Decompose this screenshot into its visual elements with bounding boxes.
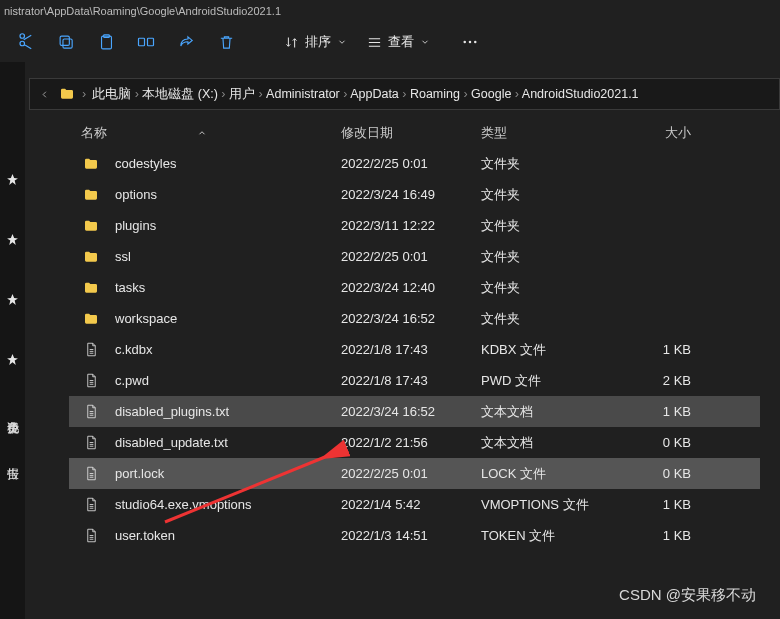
folder-icon <box>81 247 101 267</box>
file-row[interactable]: tasks2022/3/24 12:40文件夹 <box>69 272 760 303</box>
svg-rect-5 <box>148 38 154 46</box>
window-title: nistrator\AppData\Roaming\Google\Android… <box>0 0 780 22</box>
file-name: ssl <box>115 249 131 264</box>
file-row[interactable]: codestyles2022/2/25 0:01文件夹 <box>69 148 760 179</box>
file-size: 1 KB <box>611 528 701 543</box>
svg-rect-0 <box>62 38 71 47</box>
header-name-label: 名称 <box>81 125 107 142</box>
folder-icon <box>81 185 101 205</box>
breadcrumb-item[interactable]: 此电脑 <box>92 87 131 101</box>
breadcrumb-item[interactable]: Roaming <box>410 87 460 101</box>
file-icon <box>81 340 101 360</box>
cut-button[interactable] <box>6 26 46 58</box>
chevron-down-icon <box>420 37 430 47</box>
breadcrumb-item[interactable]: 本地磁盘 (X:) <box>142 87 218 101</box>
pin-icon[interactable] <box>6 172 20 186</box>
chevron-right-icon: › <box>255 87 266 101</box>
file-icon <box>81 371 101 391</box>
paste-button[interactable] <box>86 26 126 58</box>
file-type: 文件夹 <box>481 248 611 266</box>
file-row[interactable]: disabled_plugins.txt2022/3/24 16:52文本文档1… <box>69 396 760 427</box>
file-date: 2022/3/24 16:49 <box>341 187 481 202</box>
file-icon <box>81 433 101 453</box>
file-row[interactable]: user.token2022/1/3 14:51TOKEN 文件1 KB <box>69 520 760 551</box>
watermark: CSDN @安果移不动 <box>619 586 756 605</box>
file-row[interactable]: options2022/3/24 16:49文件夹 <box>69 179 760 210</box>
toolbar: 排序 查看 <box>0 22 780 62</box>
file-row[interactable]: workspace2022/3/24 16:52文件夹 <box>69 303 760 334</box>
breadcrumb-item[interactable]: AppData <box>350 87 399 101</box>
chevron-right-icon: › <box>399 87 410 101</box>
file-row[interactable]: studio64.exe.vmoptions2022/1/4 5:42VMOPT… <box>69 489 760 520</box>
file-row[interactable]: ssl2022/2/25 0:01文件夹 <box>69 241 760 272</box>
sort-icon <box>284 35 299 50</box>
folder-icon <box>81 154 101 174</box>
file-name: tasks <box>115 280 145 295</box>
file-size: 0 KB <box>611 466 701 481</box>
file-name: disabled_plugins.txt <box>115 404 229 419</box>
share-button[interactable] <box>166 26 206 58</box>
side-rail: 免费小说 报告 <box>0 62 25 619</box>
file-type: 文件夹 <box>481 155 611 173</box>
file-type: KDBX 文件 <box>481 341 611 359</box>
chevron-right-icon: › <box>460 87 471 101</box>
view-label: 查看 <box>388 33 414 51</box>
file-date: 2022/2/25 0:01 <box>341 249 481 264</box>
file-type: PWD 文件 <box>481 372 611 390</box>
window-title-text: nistrator\AppData\Roaming\Google\Android… <box>4 5 281 17</box>
file-name: c.kdbx <box>115 342 153 357</box>
file-date: 2022/3/24 16:52 <box>341 404 481 419</box>
header-size[interactable]: 大小 <box>611 125 701 142</box>
file-date: 2022/1/8 17:43 <box>341 342 481 357</box>
file-row[interactable]: c.pwd2022/1/8 17:43PWD 文件2 KB <box>69 365 760 396</box>
svg-point-6 <box>463 41 466 44</box>
view-button[interactable]: 查看 <box>357 26 440 58</box>
file-name: studio64.exe.vmoptions <box>115 497 252 512</box>
breadcrumb-up-icon[interactable] <box>36 89 52 100</box>
breadcrumb-item[interactable]: Google <box>471 87 511 101</box>
pin-icon[interactable] <box>6 232 20 246</box>
header-date[interactable]: 修改日期 <box>341 125 481 142</box>
file-name: c.pwd <box>115 373 149 388</box>
pin-icon[interactable] <box>6 292 20 306</box>
pin-icon[interactable] <box>6 352 20 366</box>
header-name[interactable]: 名称 <box>69 125 341 142</box>
file-list: 名称 修改日期 类型 大小 codestyles2022/2/25 0:01文件… <box>69 118 760 551</box>
file-date: 2022/3/11 12:22 <box>341 218 481 233</box>
more-button[interactable] <box>450 26 490 58</box>
breadcrumb-item[interactable]: 用户 <box>229 87 255 101</box>
rename-button[interactable] <box>126 26 166 58</box>
svg-rect-1 <box>60 36 69 45</box>
file-name: plugins <box>115 218 156 233</box>
file-icon <box>81 526 101 546</box>
file-date: 2022/1/4 5:42 <box>341 497 481 512</box>
delete-button[interactable] <box>206 26 246 58</box>
file-row[interactable]: c.kdbx2022/1/8 17:43KDBX 文件1 KB <box>69 334 760 365</box>
file-row[interactable]: port.lock2022/2/25 0:01LOCK 文件0 KB <box>69 458 760 489</box>
file-type: VMOPTIONS 文件 <box>481 496 611 514</box>
file-name: workspace <box>115 311 177 326</box>
file-row[interactable]: disabled_update.txt2022/1/2 21:56文本文档0 K… <box>69 427 760 458</box>
chevron-right-icon: › <box>131 87 142 101</box>
file-date: 2022/1/3 14:51 <box>341 528 481 543</box>
svg-point-8 <box>474 41 477 44</box>
sort-label: 排序 <box>305 33 331 51</box>
file-type: 文本文档 <box>481 434 611 452</box>
chevron-right-icon: › <box>511 87 521 101</box>
file-name: user.token <box>115 528 175 543</box>
file-type: 文件夹 <box>481 186 611 204</box>
file-date: 2022/1/2 21:56 <box>341 435 481 450</box>
breadcrumb-item[interactable]: AndroidStudio2021.1 <box>522 87 639 101</box>
file-name: disabled_update.txt <box>115 435 228 450</box>
file-size: 2 KB <box>611 373 701 388</box>
breadcrumb-item[interactable]: Administrator <box>266 87 340 101</box>
file-row[interactable]: plugins2022/3/11 12:22文件夹 <box>69 210 760 241</box>
copy-button[interactable] <box>46 26 86 58</box>
header-type[interactable]: 类型 <box>481 125 611 142</box>
sort-button[interactable]: 排序 <box>274 26 357 58</box>
file-type: TOKEN 文件 <box>481 527 611 545</box>
file-size: 1 KB <box>611 404 701 419</box>
file-icon <box>81 402 101 422</box>
file-type: LOCK 文件 <box>481 465 611 483</box>
sort-asc-icon <box>197 128 207 138</box>
